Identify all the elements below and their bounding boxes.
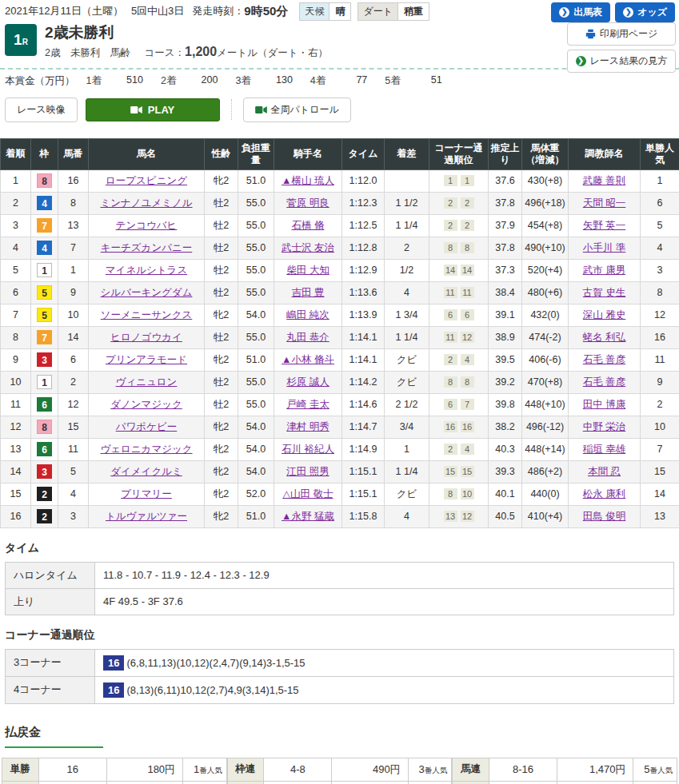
- jockey-name-link[interactable]: 津村 明秀: [286, 421, 329, 432]
- jockey-name-link[interactable]: 戸崎 圭太: [286, 399, 329, 410]
- result-row: 1816ロープスピニング牝251.0▲横山 琉人1:12.01137.6430(…: [1, 169, 679, 192]
- horse-name-link[interactable]: トルヴァルツァー: [106, 511, 187, 522]
- corner-position-chip: 11: [444, 332, 457, 343]
- jockey-cell: 吉田 豊: [274, 281, 342, 304]
- sex-age: 牝2: [205, 438, 238, 460]
- horse-name-link[interactable]: ダイメイクルミ: [110, 466, 182, 477]
- corner-positions-cell: 88: [429, 371, 489, 393]
- horse-name-cell: プリンアラモード: [89, 348, 205, 371]
- result-row: 248ミンナノユメミノル牡255.0菅原 明良1:12.31 1/22237.8…: [1, 192, 679, 214]
- jockey-name-link[interactable]: ▲小林 脩斗: [282, 354, 334, 365]
- horse-body-weight: 474(-2): [522, 326, 569, 348]
- trainer-cell: 古賀 史生: [569, 281, 641, 304]
- corner-position-chip: 13: [444, 511, 457, 522]
- horse-name-link[interactable]: マイネルシトラス: [106, 265, 187, 276]
- play-button[interactable]: PLAY: [86, 98, 220, 121]
- jockey-name-link[interactable]: 吉田 豊: [292, 287, 325, 298]
- payout-amount: 2,030円: [557, 781, 633, 784]
- trainer-name-link[interactable]: 石毛 善彦: [583, 354, 625, 365]
- sex-age: 牝2: [205, 483, 238, 505]
- trainer-name-link[interactable]: 武藤 善則: [583, 175, 625, 186]
- horse-name-link[interactable]: ヴィニュロン: [116, 376, 178, 388]
- jockey-name-link[interactable]: 武士沢 友治: [282, 242, 334, 253]
- jockey-name-link[interactable]: △山田 敬士: [282, 488, 333, 499]
- horse-name-link[interactable]: ソーメニーサンクス: [101, 309, 193, 320]
- jockey-name-link[interactable]: 嶋田 純次: [286, 309, 329, 320]
- frame-cell: 5: [31, 304, 58, 326]
- trainer-name-link[interactable]: 蛯名 利弘: [583, 332, 625, 343]
- horse-name-link[interactable]: パワポケビー: [116, 421, 177, 432]
- entries-button[interactable]: ❯ 出馬表: [551, 2, 610, 22]
- result-guide-button[interactable]: ❯ レース結果の見方: [567, 50, 676, 73]
- jockey-name-link[interactable]: 柴田 大知: [286, 265, 329, 276]
- horse-name-link[interactable]: ヒロノゴウカイ: [110, 332, 182, 343]
- horse-name-cell: ソーメニーサンクス: [89, 304, 205, 326]
- horse-name-link[interactable]: プリンアラモード: [106, 354, 187, 365]
- jockey-name-link[interactable]: 丸田 恭介: [286, 332, 329, 343]
- jockey-name-link[interactable]: 石橋 脩: [292, 220, 325, 231]
- jockey-cell: 戸崎 圭太: [274, 393, 342, 416]
- print-page-button[interactable]: 印刷用ページ: [567, 22, 676, 46]
- sex-age: 牡2: [205, 281, 238, 304]
- trainer-cell: 石毛 善彦: [569, 371, 641, 393]
- horse-number: 11: [58, 438, 89, 460]
- trainer-name-link[interactable]: 石毛 善彦: [583, 376, 625, 388]
- jockey-name-link[interactable]: 江田 照男: [286, 466, 329, 477]
- horse-name-link[interactable]: ヴェロニカマジック: [100, 444, 192, 455]
- horse-name-link[interactable]: キーチズカンパニー: [101, 242, 193, 253]
- horse-name-link[interactable]: シルバーキングダム: [101, 287, 193, 298]
- corner-positions-cell: 22: [429, 192, 489, 214]
- trainer-name-link[interactable]: 松永 康利: [583, 488, 625, 499]
- video-camera-icon: [130, 105, 142, 114]
- results-column-header: 負担重量: [238, 138, 274, 169]
- video-row: レース映像 PLAY 全周パトロール: [0, 91, 679, 130]
- finish-position: 13: [1, 438, 31, 460]
- trainer-name-link[interactable]: 稲垣 幸雄: [583, 444, 625, 455]
- jockey-name-link[interactable]: 石川 裕紀人: [282, 444, 334, 455]
- jockey-name-link[interactable]: 杉原 誠人: [286, 376, 329, 388]
- horse-name-link[interactable]: ダノンマジック: [110, 399, 182, 410]
- trainer-name-link[interactable]: 武市 康男: [583, 265, 625, 276]
- race-video-button[interactable]: レース映像: [5, 98, 78, 122]
- trainer-name-link[interactable]: 田島 俊明: [583, 511, 625, 522]
- corner-position-chip: 4: [461, 354, 474, 365]
- trainer-cell: 矢野 英一: [569, 214, 641, 237]
- horse-name-link[interactable]: テンコウバヒ: [116, 220, 178, 231]
- prize-amount: 510: [116, 74, 143, 88]
- payout-amount: 180円: [106, 758, 182, 781]
- horse-number: 14: [58, 326, 89, 348]
- corner-position-chip: 6: [444, 309, 457, 320]
- odds-button[interactable]: ❯ オッズ: [615, 2, 675, 22]
- results-header-row: 着順枠馬番馬名性齢負担重量騎手名タイム着差コーナー通過順位推定上り馬体重（増減）…: [1, 138, 679, 169]
- trainer-name-link[interactable]: 深山 雅史: [583, 309, 625, 320]
- trainer-cell: 稲垣 幸雄: [569, 438, 641, 460]
- prize-item: 5着51: [385, 74, 454, 88]
- carried-weight: 55.0: [238, 214, 274, 237]
- prize-amount: 51: [415, 74, 442, 88]
- patrol-video-button[interactable]: 全周パトロール: [243, 98, 351, 122]
- corner-position-chip: 8: [444, 488, 457, 499]
- margin: クビ: [385, 348, 429, 371]
- carried-weight: 55.0: [238, 237, 274, 259]
- frame-number-badge: 4: [37, 241, 52, 255]
- results-table: 着順枠馬番馬名性齢負担重量騎手名タイム着差コーナー通過順位推定上り馬体重（増減）…: [0, 138, 679, 528]
- jockey-name-link[interactable]: 菅原 明良: [286, 197, 329, 209]
- carried-weight: 55.0: [238, 281, 274, 304]
- trainer-name-link[interactable]: 小手川 準: [583, 242, 625, 253]
- jockey-name-link[interactable]: ▲永野 猛蔵: [282, 511, 334, 522]
- trainer-name-link[interactable]: 田中 博康: [583, 399, 625, 410]
- frame-cell: 8: [31, 169, 58, 192]
- finish-position: 10: [1, 371, 31, 393]
- trainer-name-link[interactable]: 矢野 英一: [583, 220, 625, 231]
- jockey-name-link[interactable]: ▲横山 琉人: [282, 175, 334, 186]
- trainer-name-link[interactable]: 古賀 史生: [583, 287, 625, 298]
- trainer-name-link[interactable]: 本間 忍: [588, 466, 621, 477]
- trainer-name-link[interactable]: 天間 昭一: [583, 197, 625, 209]
- prize-item: 3着130: [235, 74, 305, 88]
- divider: [231, 99, 232, 120]
- trainer-name-link[interactable]: 中野 栄治: [583, 421, 625, 432]
- horse-name-link[interactable]: ミンナノユメミノル: [100, 197, 192, 209]
- estimated-last3f: 37.8: [489, 237, 522, 259]
- horse-name-link[interactable]: プリマリー: [121, 488, 172, 499]
- horse-name-link[interactable]: ロープスピニング: [106, 175, 187, 186]
